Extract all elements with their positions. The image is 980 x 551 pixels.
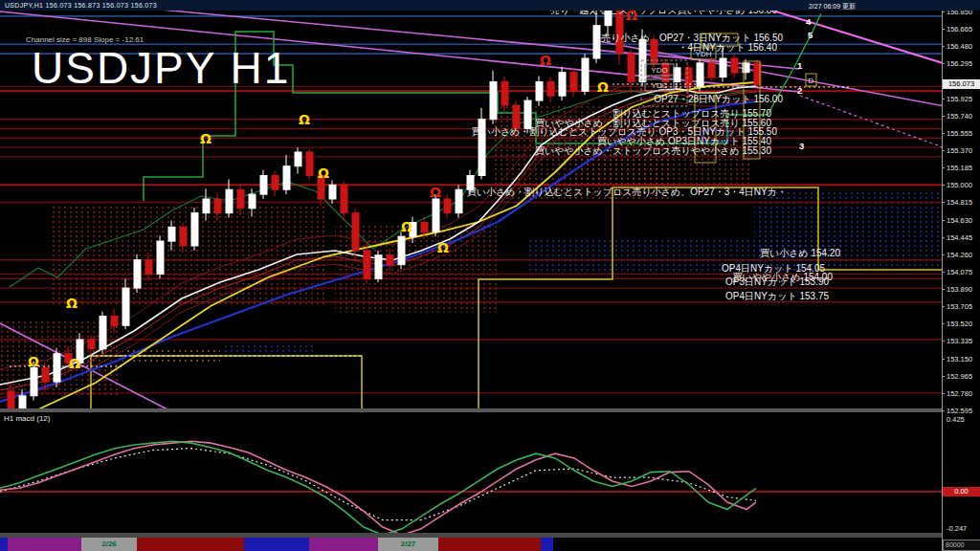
- axis-tick: [942, 254, 945, 255]
- axis-tick: [942, 306, 945, 307]
- session-segment: [309, 538, 378, 551]
- candle-body: [329, 185, 336, 199]
- candle-body: [122, 288, 129, 325]
- axis-tick: [942, 185, 945, 186]
- candle-body: [593, 26, 600, 58]
- axis-tick: [942, 220, 945, 221]
- session-segment: [541, 538, 553, 551]
- candle-body: [145, 260, 152, 275]
- price-axis-label: 156.295: [947, 59, 972, 68]
- trade-annotation: OP4日NYカット 153.75: [725, 291, 829, 301]
- price-axis-label: 154.630: [947, 216, 972, 225]
- candle-body: [272, 176, 278, 190]
- trade-annotation: ・4日NYカット 156.40: [678, 42, 777, 53]
- kumo-red-hatch: [53, 206, 325, 306]
- candle-body: [352, 213, 359, 251]
- symbol-ohlc-readout: USDJPY,H1 156.073 156.873 156.073 156.07…: [5, 2, 157, 9]
- candle-body: [214, 199, 221, 213]
- candle-body: [490, 82, 497, 120]
- macd-pane-label: H1 macd (12): [4, 414, 50, 423]
- level-label-text: YDC: [652, 81, 668, 90]
- candle-body: [433, 199, 439, 231]
- price-axis-label: 154.445: [947, 233, 972, 242]
- macd-current-tag: 0.00: [943, 487, 980, 496]
- candle-body: [249, 194, 256, 209]
- session-segment: [553, 538, 980, 551]
- axis-tick: [942, 63, 945, 64]
- price-axis-label: 153.150: [947, 355, 972, 364]
- price-axis-label: 155.555: [947, 129, 972, 138]
- omega-signal-yellow: Ω: [200, 131, 212, 146]
- candle-body: [444, 199, 451, 213]
- candle-body: [697, 63, 703, 87]
- session-segment: [8, 538, 81, 551]
- axis-tick: [942, 289, 945, 290]
- candle-body: [19, 396, 26, 408]
- price-axis[interactable]: 156.850156.665156.480156.295156.110155.9…: [942, 0, 980, 551]
- price-axis-label: 153.705: [947, 302, 972, 311]
- trade-annotation: 買いやや小さめ・ストップロス売りやや小さめ 155.30: [535, 145, 772, 156]
- candle-body: [456, 189, 462, 213]
- trade-annotation: 買い小さめ・割り込むとストップロス売り小さめ、OP27・3・4日NYカ・: [467, 187, 787, 197]
- price-axis-label: 153.335: [947, 337, 972, 345]
- channel-info-label: Channel size = 898 Slope = -12.61: [26, 35, 144, 44]
- session-date-label: 2/27: [378, 540, 438, 548]
- trade-annotation: OP3日NYカット 153.90: [725, 276, 829, 287]
- price-axis-label: 156.480: [947, 42, 972, 51]
- current-price-tag: 156.073: [943, 79, 980, 89]
- channel-number-label: 2: [797, 85, 802, 96]
- candle-body: [341, 185, 347, 212]
- channel-number-label: 1: [797, 60, 803, 71]
- candle-body: [559, 73, 566, 97]
- axis-tick: [942, 167, 945, 168]
- price-axis-label: 155.370: [947, 146, 972, 155]
- session-segment: 2/26: [81, 538, 137, 551]
- channel-number-label: 3: [799, 141, 804, 151]
- omega-signal-yellow: Ω: [69, 356, 80, 371]
- omega-signal-yellow: Ω: [299, 112, 310, 127]
- candle-body: [226, 189, 233, 213]
- candle-body: [111, 317, 118, 326]
- session-segment: [244, 538, 309, 551]
- session-date-label: 2/26: [81, 540, 137, 548]
- candle-body: [306, 152, 313, 176]
- candle-body: [237, 189, 244, 209]
- macd-indicator-pane[interactable]: [0, 412, 942, 533]
- level-label-text: YDO: [651, 66, 667, 75]
- symbol-watermark: USDJPY H1: [32, 42, 290, 94]
- axis-tick: [942, 341, 945, 342]
- trade-annotation: 買い小さめ 154.20: [760, 248, 841, 258]
- candle-body: [100, 317, 106, 349]
- price-axis-label: 156.665: [947, 25, 972, 33]
- candle-body: [570, 73, 577, 92]
- omega-signal-red: Ω: [540, 53, 551, 68]
- candle-body: [708, 63, 715, 77]
- axis-tick: [942, 46, 945, 47]
- candle-body: [524, 100, 531, 128]
- price-axis-label: 153.520: [947, 320, 972, 328]
- candle-body: [582, 58, 589, 91]
- omega-signal-yellow: Ω: [437, 240, 449, 255]
- candle-body: [31, 367, 37, 395]
- price-axis-label: 155.185: [947, 164, 972, 172]
- axis-tick: [942, 376, 945, 377]
- axis-tick: [942, 272, 945, 273]
- volume-box: 80000: [943, 540, 980, 551]
- macd-signal-dotted: [0, 449, 756, 520]
- macd-line-pink: [0, 441, 756, 533]
- candle-body: [501, 82, 508, 106]
- axis-tick: [942, 116, 945, 117]
- pane-divider[interactable]: [0, 408, 980, 412]
- price-axis-label: 152.965: [947, 372, 972, 381]
- price-axis-label: 154.260: [947, 251, 972, 259]
- axis-tick: [942, 237, 945, 238]
- candle-body: [157, 241, 164, 274]
- channel-number-label: 4: [806, 16, 812, 27]
- trade-annotation: OP27・28日NYカット 156.00: [654, 94, 783, 104]
- price-axis-label: 154.815: [947, 198, 972, 207]
- candle-body: [628, 54, 635, 81]
- session-segment: [0, 538, 8, 551]
- candle-body: [731, 58, 738, 73]
- omega-signal-yellow: Ω: [401, 219, 412, 234]
- omega-signal-yellow: Ω: [28, 354, 39, 369]
